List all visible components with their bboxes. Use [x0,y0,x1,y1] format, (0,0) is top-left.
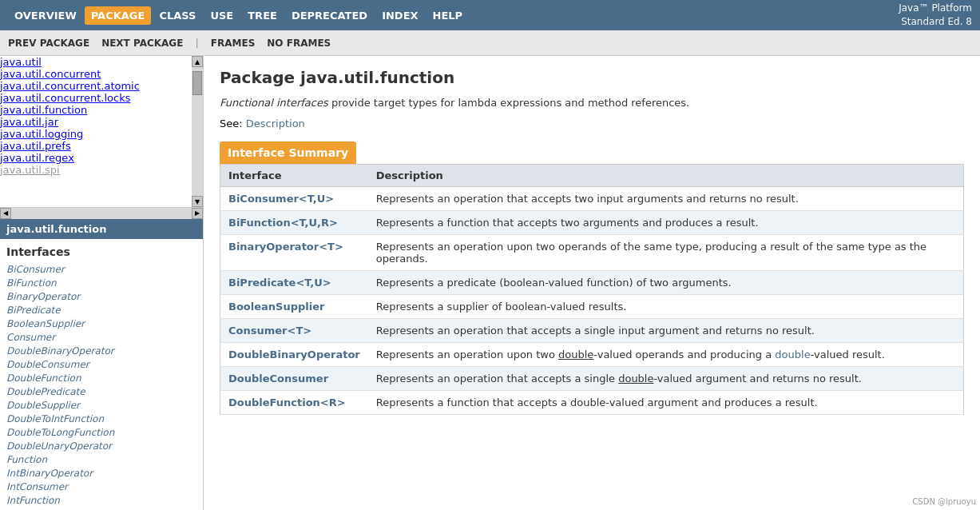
package-item[interactable]: java.util.function [0,104,87,116]
scroll-up-button[interactable]: ▲ [192,56,203,67]
frames-link[interactable]: FRAMES [211,38,256,49]
interface-desc-cell: Represents an operation that accepts a s… [368,318,964,342]
table-row: BooleanSupplier Represents a supplier of… [220,294,964,318]
interface-name-cell: BiPredicate<T,U> [220,270,368,294]
sidebar: java.util java.util.concurrent java.util… [0,56,204,510]
table-row: BinaryOperator<T> Represents an operatio… [220,234,964,270]
sidebar-interface-bifunction[interactable]: BiFunction [6,277,57,289]
interface-summary-header: Interface Summary [220,141,356,164]
table-row: BiPredicate<T,U> Represents a predicate … [220,270,964,294]
nav-overview[interactable]: OVERVIEW [8,6,83,25]
vertical-scrollbar[interactable]: ▲ ▼ [192,56,203,207]
package-item[interactable]: java.util [0,56,42,68]
nav-use[interactable]: USE [204,6,240,25]
sidebar-interface-doubleunaryoperator[interactable]: DoubleUnaryOperator [6,440,112,452]
nav-deprecated[interactable]: DEPRECATED [285,6,374,25]
sidebar-interface-binaryoperator[interactable]: BinaryOperator [6,291,80,302]
table-row: DoubleFunction<R> Represents a function … [220,390,964,414]
description-link[interactable]: Description [246,118,305,129]
interfaces-section-title: Interfaces [6,245,196,258]
next-package-link[interactable]: NEXT PACKAGE [101,38,183,49]
sidebar-interface-intconsumer[interactable]: IntConsumer [6,481,68,492]
nav-package[interactable]: PACKAGE [85,6,152,25]
interface-link-biconsumer[interactable]: BiConsumer<T,U> [228,193,334,205]
sidebar-interface-doublebinaryoperator[interactable]: DoubleBinaryOperator [6,345,114,357]
interface-name-cell: DoubleConsumer [220,366,368,390]
nav-tree[interactable]: TREE [241,6,284,25]
table-row: DoubleConsumer Represents an operation t… [220,366,964,390]
interface-name-cell: DoubleFunction<R> [220,390,368,414]
interface-name-cell: BooleanSupplier [220,294,368,318]
horizontal-scrollbar[interactable]: ◀ ▶ [0,208,203,219]
prev-package-link[interactable]: PREV PACKAGE [8,38,89,49]
package-description: Functional interfaces provide target typ… [220,95,964,111]
scroll-thumb[interactable] [192,71,202,95]
class-list: Interfaces BiConsumer BiFunction BinaryO… [0,239,203,510]
sidebar-interface-doublesupplier[interactable]: DoubleSupplier [6,400,80,411]
sidebar-interface-doublefunction[interactable]: DoubleFunction [6,373,81,384]
top-nav-links: OVERVIEW PACKAGE CLASS USE TREE DEPRECAT… [8,6,469,25]
package-item[interactable]: java.util.logging [0,128,83,140]
interface-link-doublebinaryoperator[interactable]: DoubleBinaryOperator [228,349,360,361]
interface-name-cell: DoubleBinaryOperator [220,342,368,366]
package-title: Package java.util.function [220,68,964,87]
sidebar-interface-consumer[interactable]: Consumer [6,332,55,343]
interface-table: Interface Description BiConsumer<T,U> Re… [220,164,964,415]
sidebar-interface-doubleconsumer[interactable]: DoubleConsumer [6,359,89,370]
interface-link-booleansupplier[interactable]: BooleanSupplier [228,301,324,313]
interface-link-consumer[interactable]: Consumer<T> [228,325,311,337]
package-item[interactable]: java.util.spi [0,164,60,176]
interface-desc-cell: Represents a function that accepts a dou… [368,390,964,414]
scroll-track [192,67,203,196]
interface-link-doubleconsumer[interactable]: DoubleConsumer [228,373,328,384]
interface-desc-cell: Represents a predicate (boolean-valued f… [368,270,964,294]
interface-summary-section: Interface Summary Interface Description … [220,141,964,415]
sidebar-interface-function[interactable]: Function [6,454,47,465]
scroll-down-button[interactable]: ▼ [192,196,203,207]
h-scroll-track [11,208,192,219]
sidebar-interface-doubletointfunction[interactable]: DoubleToIntFunction [6,413,104,424]
interface-desc-cell: Represents an operation that accepts a s… [368,366,964,390]
no-frames-link[interactable]: NO FRAMES [267,38,331,49]
column-description: Description [368,164,964,186]
package-item[interactable]: java.util.concurrent.locks [0,92,130,104]
interface-link-bifunction[interactable]: BiFunction<T,U,R> [228,217,338,229]
sidebar-interface-doubletolongfunction[interactable]: DoubleToLongFunction [6,427,114,438]
package-item[interactable]: java.util.regex [0,152,74,164]
package-list-container: java.util java.util.concurrent java.util… [0,56,203,208]
table-row: BiFunction<T,U,R> Represents a function … [220,210,964,234]
scroll-right-button[interactable]: ▶ [192,208,203,219]
csdn-watermark: CSDN @lpruoyu [912,497,976,506]
main-layout: java.util java.util.concurrent java.util… [0,56,980,510]
package-item[interactable]: java.util.prefs [0,140,71,152]
nav-index[interactable]: INDEX [375,6,424,25]
package-item[interactable]: java.util.concurrent.atomic [0,80,140,92]
current-package-label: java.util.function [0,219,203,239]
interface-link-bipredicate[interactable]: BiPredicate<T,U> [228,277,331,289]
column-interface: Interface [220,164,368,186]
package-list[interactable]: java.util java.util.concurrent java.util… [0,56,192,207]
platform-info: Java™ Platform Standard Ed. 8 [899,2,972,29]
scroll-left-button[interactable]: ◀ [0,208,11,219]
package-item[interactable]: java.util.jar [0,116,58,128]
interface-name-cell: BinaryOperator<T> [220,234,368,270]
interface-name-cell: BiConsumer<T,U> [220,186,368,210]
see-description: See: Description [220,118,964,129]
nav-help[interactable]: HELP [427,6,470,25]
second-nav-bar: PREV PACKAGE NEXT PACKAGE | FRAMES NO FR… [0,30,980,56]
sidebar-interface-biconsumer[interactable]: BiConsumer [6,264,65,275]
nav-class[interactable]: CLASS [153,6,202,25]
sidebar-interface-bipredicate[interactable]: BiPredicate [6,305,61,316]
double-link[interactable]: double [775,349,810,361]
interface-link-binaryoperator[interactable]: BinaryOperator<T> [228,241,343,253]
interface-name-cell: Consumer<T> [220,318,368,342]
sidebar-interface-intfunction[interactable]: IntFunction [6,495,60,506]
sidebar-interface-intbinaryoperator[interactable]: IntBinaryOperator [6,468,93,479]
sidebar-interface-doublepredicate[interactable]: DoublePredicate [6,386,85,397]
table-row: Consumer<T> Represents an operation that… [220,318,964,342]
interface-desc-cell: Represents a function that accepts two a… [368,210,964,234]
sidebar-interface-booleansupplier[interactable]: BooleanSupplier [6,318,85,329]
interface-link-doublefunction[interactable]: DoubleFunction<R> [228,396,346,408]
interface-desc-cell: Represents an operation that accepts two… [368,186,964,210]
package-item[interactable]: java.util.concurrent [0,68,101,80]
